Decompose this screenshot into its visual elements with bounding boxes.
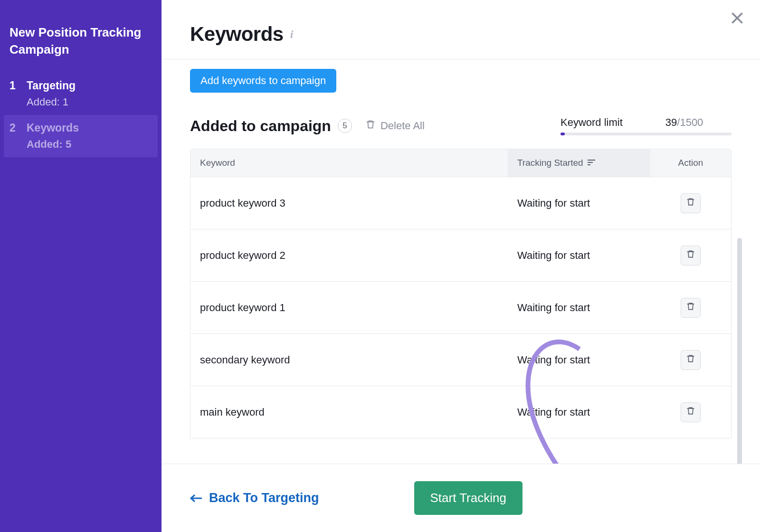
keyword-limit-used: 39 [665, 116, 677, 128]
table-body: product keyword 3Waiting for startproduc… [190, 177, 731, 438]
table-row: product keyword 3Waiting for start [190, 177, 731, 229]
cell-action [650, 237, 731, 274]
add-keywords-button[interactable]: Add keywords to campaign [190, 69, 336, 93]
cell-tracking-status: Waiting for start [508, 345, 650, 375]
trash-icon [686, 249, 695, 262]
close-icon[interactable] [729, 10, 746, 28]
start-tracking-button[interactable]: Start Tracking [414, 481, 522, 515]
sort-descending-icon [587, 158, 596, 168]
delete-row-button[interactable] [681, 193, 701, 213]
wizard-title: New Position Tracking Campaign [0, 24, 162, 73]
cell-action [650, 394, 731, 431]
cell-keyword: product keyword 2 [190, 241, 508, 270]
cell-action [650, 289, 731, 326]
keyword-limit-total: /1500 [677, 116, 703, 128]
cell-keyword: product keyword 1 [190, 293, 508, 323]
step-number: 1 [10, 79, 18, 92]
main-panel: Keywords i Add keywords to campaign Adde… [162, 0, 760, 532]
cell-tracking-status: Waiting for start [508, 189, 650, 218]
info-icon[interactable]: i [290, 28, 294, 41]
cell-keyword: main keyword [190, 398, 508, 427]
table-row: secondary keywordWaiting for start [190, 333, 731, 386]
added-to-campaign-heading: Added to campaign [190, 117, 331, 135]
wizard-step-targeting[interactable]: 1 Targeting Added: 1 [0, 73, 162, 115]
table-row: product keyword 1Waiting for start [190, 281, 731, 333]
cell-tracking-status: Waiting for start [508, 293, 650, 323]
keyword-limit-bar-fill [560, 133, 565, 135]
col-header-tracking-started[interactable]: Tracking Started [508, 149, 650, 177]
table-row: product keyword 2Waiting for start [190, 229, 731, 281]
step-label: Keywords [27, 122, 79, 134]
back-link-label: Back To Targeting [209, 491, 319, 505]
table-row: main keywordWaiting for start [190, 386, 731, 438]
cell-tracking-status: Waiting for start [508, 241, 650, 270]
trash-icon [686, 354, 695, 366]
trash-icon [365, 119, 376, 133]
scrollbar[interactable] [737, 238, 742, 464]
wizard-sidebar: New Position Tracking Campaign 1 Targeti… [0, 0, 162, 532]
delete-row-button[interactable] [681, 298, 701, 318]
page-title: Keywords [190, 23, 284, 46]
col-header-action: Action [650, 149, 731, 177]
delete-row-button[interactable] [681, 350, 701, 370]
col-header-keyword[interactable]: Keyword [190, 149, 508, 177]
back-to-targeting-link[interactable]: Back To Targeting [190, 491, 319, 505]
trash-icon [686, 197, 695, 209]
cell-action [650, 342, 731, 379]
cell-keyword: secondary keyword [190, 345, 508, 375]
trash-icon [686, 302, 695, 314]
step-subtext: Added: 1 [27, 96, 152, 108]
cell-action [650, 185, 731, 222]
delete-all-button[interactable]: Delete All [365, 119, 425, 133]
step-number: 2 [10, 122, 18, 134]
cell-keyword: product keyword 3 [190, 189, 508, 218]
wizard-footer: Back To Targeting Start Tracking [162, 464, 760, 532]
keyword-limit-value: 39/1500 [665, 116, 703, 129]
table-header: Keyword Tracking Started Action [190, 149, 731, 177]
keywords-table: Keyword Tracking Started Action product … [190, 149, 732, 438]
keyword-count-badge: 5 [338, 119, 352, 133]
step-label: Targeting [27, 79, 76, 92]
keyword-limit-bar [560, 133, 732, 135]
delete-row-button[interactable] [681, 246, 701, 266]
delete-row-button[interactable] [681, 402, 701, 422]
wizard-step-keywords[interactable]: 2 Keywords Added: 5 [4, 115, 158, 157]
keyword-limit-label: Keyword limit [560, 116, 623, 129]
keyword-limit-block: Keyword limit 39/1500 [560, 116, 732, 135]
cell-tracking-status: Waiting for start [508, 398, 650, 427]
delete-all-label: Delete All [380, 120, 425, 132]
trash-icon [686, 406, 695, 418]
col-header-tracking-label: Tracking Started [517, 158, 583, 168]
step-subtext: Added: 5 [27, 138, 152, 151]
